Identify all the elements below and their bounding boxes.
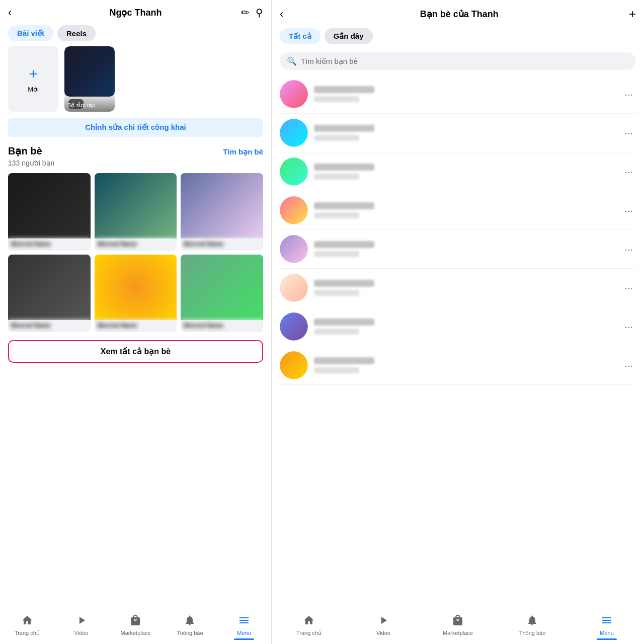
friend-more-button-2[interactable]: ···	[621, 124, 636, 142]
friend-card-name-6: Blurred Name	[181, 320, 263, 332]
avatar-img-8	[280, 351, 308, 379]
friend-card-img-5	[95, 255, 177, 320]
friend-mutual-1	[314, 96, 359, 102]
right-nav-menu-active-bar	[597, 638, 617, 640]
friend-card-name-3: Blurred Name	[181, 238, 263, 251]
friend-avatar-4	[280, 196, 308, 224]
friend-info-7	[314, 318, 615, 335]
friend-more-button-5[interactable]: ···	[621, 240, 636, 258]
right-nav-menu[interactable]: Menu	[570, 612, 644, 642]
plus-icon: +	[29, 65, 38, 83]
right-nav-home[interactable]: Trang chủ	[272, 612, 346, 642]
friends-header: Bạn bè Tìm bạn bè	[8, 145, 263, 157]
friend-card-3[interactable]: Blurred Name	[181, 173, 263, 251]
friend-card-6[interactable]: Blurred Name	[181, 255, 263, 332]
friend-more-button-8[interactable]: ···	[621, 357, 636, 374]
highlight-new[interactable]: + Mới	[8, 46, 58, 112]
search-icon: 🔍	[287, 56, 297, 66]
friend-list-item-1[interactable]: ···	[280, 75, 636, 114]
friend-card-name-4: Blurred Name	[8, 320, 91, 332]
tab-tat-ca[interactable]: Tất cả	[280, 28, 320, 44]
right-home-icon	[303, 614, 315, 628]
friend-name-2	[314, 125, 374, 132]
left-back-button[interactable]: ‹	[8, 6, 12, 19]
friend-name-7	[314, 318, 374, 326]
avatar-img-4	[280, 196, 308, 224]
edit-icon[interactable]: ✏	[241, 7, 250, 19]
left-nav-video[interactable]: Video	[54, 612, 109, 642]
tab-gan-day[interactable]: Gần đây	[325, 28, 373, 44]
friend-mutual-5	[314, 251, 359, 257]
avatar-img-1	[280, 80, 308, 108]
friend-card-img-2	[95, 173, 177, 238]
friend-card-1[interactable]: Blurred Name	[8, 173, 91, 251]
avatar-img-7	[280, 312, 308, 341]
friend-list-item-6[interactable]: ···	[280, 269, 636, 307]
highlight-collection[interactable]: + 4 Bộ sưu tập	[64, 46, 115, 112]
video-icon	[75, 614, 88, 628]
friend-info-6	[314, 280, 615, 296]
left-nav-home[interactable]: Trang chủ	[0, 612, 54, 642]
left-nav-video-label: Video	[74, 630, 89, 636]
left-nav-menu[interactable]: Menu	[217, 612, 271, 642]
friend-more-button-7[interactable]: ···	[621, 318, 636, 336]
right-nav-video[interactable]: Video	[346, 612, 421, 642]
search-input[interactable]: Tìm kiếm bạn bè	[301, 57, 358, 66]
left-profile-title: Ngọc Thanh	[110, 7, 162, 18]
friend-avatar-2	[280, 119, 308, 147]
left-nav-marketplace[interactable]: Marketplace	[109, 612, 163, 642]
avatar-img-5	[280, 235, 308, 263]
friend-list-item-5[interactable]: ···	[280, 230, 636, 269]
friend-list-item-7[interactable]: ···	[280, 307, 636, 346]
right-panel-title: Bạn bè của Thanh	[289, 9, 629, 20]
search-bar[interactable]: 🔍 Tìm kiếm bạn bè	[280, 52, 636, 70]
friend-mutual-7	[314, 329, 359, 335]
friend-name-4	[314, 202, 374, 209]
avatar-img-2	[280, 119, 308, 147]
right-nav-marketplace[interactable]: Marketplace	[421, 612, 495, 642]
find-friends-link[interactable]: Tìm bạn bè	[223, 147, 263, 156]
right-bottom-nav: Trang chủ Video Marketplace Thông báo Me…	[272, 608, 644, 644]
search-bar-wrapper: 🔍 Tìm kiếm bạn bè	[272, 49, 644, 75]
friend-list-item-8[interactable]: ···	[280, 346, 636, 385]
friend-mutual-4	[314, 212, 359, 218]
search-icon[interactable]: ⚲	[256, 7, 263, 19]
friends-section: Bạn bè Tìm bạn bè 133 người bạn Blurred …	[0, 145, 271, 608]
left-nav-notifications[interactable]: Thông báo	[163, 612, 217, 642]
tab-bai-viet[interactable]: Bài viết	[8, 25, 53, 41]
friend-card-5[interactable]: Blurred Name	[95, 255, 177, 332]
home-icon	[21, 614, 33, 628]
right-add-button[interactable]: +	[629, 7, 636, 21]
friend-name-6	[314, 280, 374, 287]
edit-profile-button[interactable]: Chỉnh sửa chi tiết công khai	[8, 118, 263, 137]
bell-icon	[184, 614, 196, 628]
friend-card-img-3	[181, 173, 263, 238]
see-all-friends-button[interactable]: Xem tất cả bạn bè	[8, 340, 263, 363]
friend-list-item-2[interactable]: ···	[280, 114, 636, 152]
friend-avatar-8	[280, 351, 308, 379]
friend-list: ··· ··· ···	[272, 75, 644, 608]
friend-more-button-1[interactable]: ···	[621, 86, 636, 103]
friend-card-4[interactable]: Blurred Name	[8, 255, 91, 332]
tab-reels[interactable]: Reels	[57, 25, 96, 41]
friend-more-button-6[interactable]: ···	[621, 279, 636, 297]
right-header: ‹ Bạn bè của Thanh +	[272, 0, 644, 25]
friend-card-2[interactable]: Blurred Name	[95, 173, 177, 251]
right-tabs: Tất cả Gần đây	[272, 25, 644, 49]
friend-avatar-1	[280, 80, 308, 108]
friend-more-button-4[interactable]: ···	[621, 202, 636, 219]
right-back-button[interactable]: ‹	[280, 8, 283, 21]
right-nav-menu-label: Menu	[600, 630, 614, 636]
friend-name-1	[314, 86, 374, 93]
friend-more-button-3[interactable]: ···	[621, 163, 636, 181]
right-menu-icon	[601, 614, 613, 628]
friend-name-3	[314, 164, 374, 171]
friend-card-img-1	[8, 173, 91, 238]
friend-list-item-3[interactable]: ···	[280, 152, 636, 191]
friend-list-item-4[interactable]: ···	[280, 191, 636, 230]
friend-name-8	[314, 357, 374, 364]
left-nav-marketplace-label: Marketplace	[121, 630, 151, 636]
friend-card-name-5: Blurred Name	[95, 320, 177, 332]
friend-card-img-4	[8, 255, 91, 320]
right-nav-notifications[interactable]: Thông báo	[495, 612, 570, 642]
